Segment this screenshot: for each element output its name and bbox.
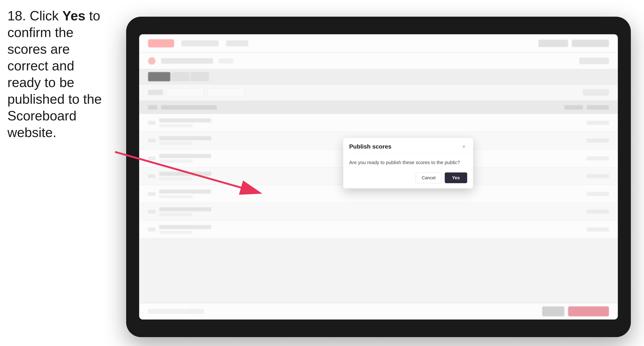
arrow-indicator [0, 0, 644, 346]
svg-line-1 [115, 152, 259, 193]
